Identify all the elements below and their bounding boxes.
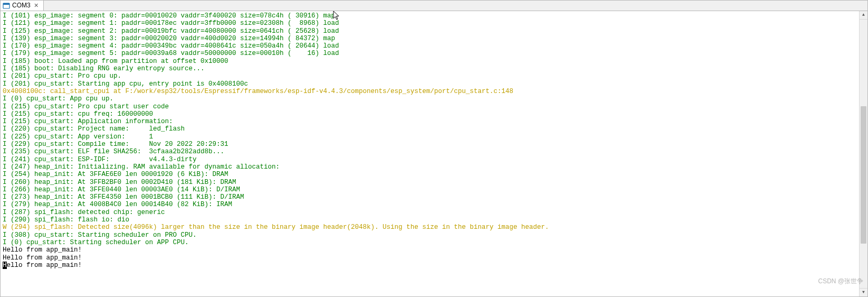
log-line: I (101) esp_image: segment 0: paddr=0001… xyxy=(3,12,857,20)
log-line: I (287) spi_flash: detected chip: generi… xyxy=(3,209,857,216)
terminal-viewport: I (101) esp_image: segment 0: paddr=0001… xyxy=(1,11,859,296)
scroll-up-arrow[interactable]: ▲ xyxy=(860,11,867,20)
log-line: I (225) cpu_start: App version: 1 xyxy=(3,133,857,141)
log-line: I (185) boot: Loaded app from partition … xyxy=(3,58,857,65)
scroll-down-arrow[interactable]: ▼ xyxy=(860,288,867,296)
log-line: I (290) spi_flash: flash io: dio xyxy=(3,216,857,224)
terminal-output[interactable]: I (101) esp_image: segment 0: paddr=0001… xyxy=(1,11,859,270)
log-line: I (241) cpu_start: ESP-IDF: v4.4.3-dirty xyxy=(3,156,857,163)
log-line: I (215) cpu_start: Application informati… xyxy=(3,118,857,125)
log-line: I (0) cpu_start: Starting scheduler on A… xyxy=(3,239,857,246)
log-line: I (170) esp_image: segment 4: paddr=0003… xyxy=(3,42,857,50)
tab-label: COM3 xyxy=(12,2,31,9)
log-line: I (201) cpu_start: Pro cpu up. xyxy=(3,72,857,80)
log-line: I (215) cpu_start: cpu freq: 160000000 xyxy=(3,110,857,118)
log-line: I (235) cpu_start: ELF file SHA256: 3cfa… xyxy=(3,148,857,155)
log-line: I (0) cpu_start: App cpu up. xyxy=(3,95,857,103)
tab-com3[interactable]: COM3 × xyxy=(1,1,44,11)
log-line: I (247) heap_init: Initializing. RAM ava… xyxy=(3,163,857,171)
log-line: I (125) esp_image: segment 2: paddr=0001… xyxy=(3,27,857,35)
log-line: I (266) heap_init: At 3FFE0440 len 00003… xyxy=(3,186,857,193)
log-line: I (229) cpu_start: Compile time: Nov 20 … xyxy=(3,141,857,148)
scroll-thumb[interactable] xyxy=(861,106,866,244)
log-line: I (201) cpu_start: Starting app cpu, ent… xyxy=(3,80,857,88)
close-icon[interactable]: × xyxy=(33,2,40,10)
log-line: I (260) heap_init: At 3FFB2BF0 len 0002D… xyxy=(3,179,857,186)
terminal-icon xyxy=(3,2,10,10)
log-line: Hello from app_main! xyxy=(3,254,857,262)
tab-bar: COM3 × xyxy=(1,1,867,11)
log-line: I (121) esp_image: segment 1: paddr=0001… xyxy=(3,20,857,27)
log-line: I (220) cpu_start: Project name: led_fla… xyxy=(3,125,857,133)
log-line: 0x4008100c: call_start_cpu1 at F:/work/e… xyxy=(3,88,857,95)
log-line: Hello from app_main! xyxy=(3,246,857,254)
log-line: I (308) cpu_start: Starting scheduler on… xyxy=(3,231,857,239)
log-line: I (179) esp_image: segment 5: paddr=0003… xyxy=(3,50,857,57)
text-cursor: H xyxy=(3,262,7,269)
log-line: W (294) spi_flash: Detected size(4096k) … xyxy=(3,224,857,231)
svg-rect-1 xyxy=(3,3,9,5)
log-line: I (215) cpu_start: Pro cpu start user co… xyxy=(3,103,857,110)
log-line: I (185) boot: Disabling RNG early entrop… xyxy=(3,65,857,72)
log-line: I (139) esp_image: segment 3: paddr=0002… xyxy=(3,35,857,42)
log-line: Hello from app_main! xyxy=(3,262,857,269)
vertical-scrollbar[interactable]: ▲ ▼ xyxy=(859,11,867,296)
log-line: I (254) heap_init: At 3FFAE6E0 len 00001… xyxy=(3,171,857,178)
log-line: I (273) heap_init: At 3FFE4350 len 0001B… xyxy=(3,193,857,201)
log-line: I (279) heap_init: At 4008B4C0 len 00014… xyxy=(3,201,857,208)
